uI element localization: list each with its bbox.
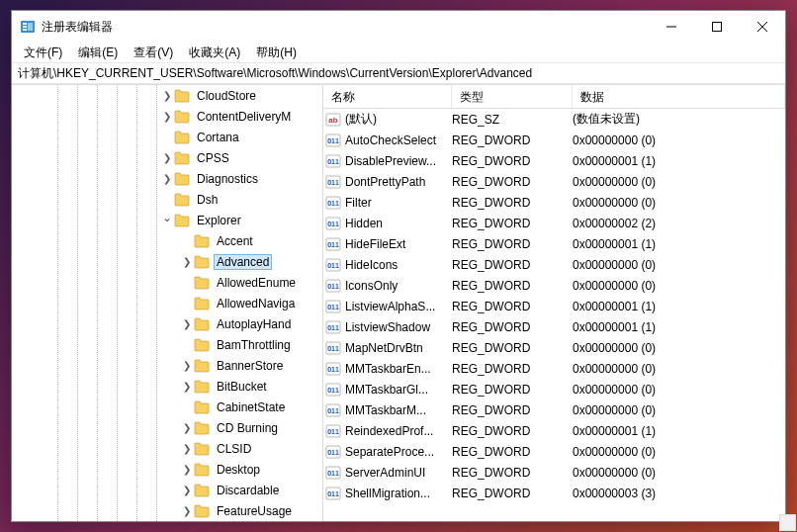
menu-fav[interactable]: 收藏夹(A) — [183, 43, 246, 63]
list-row[interactable]: 011AutoCheckSelectREG_DWORD0x00000000 (0… — [323, 130, 785, 150]
folder-icon — [194, 338, 210, 352]
tree-item[interactable]: Accent — [12, 230, 322, 251]
expand-icon[interactable] — [180, 256, 194, 267]
tree-item[interactable]: AllowedEnume — [12, 272, 322, 293]
col-type[interactable]: 类型 — [452, 85, 573, 108]
expand-icon[interactable] — [180, 464, 194, 475]
expand-icon[interactable] — [160, 214, 174, 227]
value-name: ReindexedProf... — [343, 424, 452, 438]
value-name: MMTaskbarEn... — [343, 362, 452, 376]
expand-icon[interactable] — [180, 443, 194, 454]
expand-icon[interactable] — [180, 360, 194, 371]
close-button[interactable] — [740, 11, 785, 43]
maximize-button[interactable] — [694, 11, 740, 43]
svg-text:ab: ab — [328, 116, 337, 125]
list-row[interactable]: 011FilterREG_DWORD0x00000000 (0) — [323, 192, 785, 213]
dword-value-icon: 011 — [323, 299, 343, 314]
value-data: 0x00000000 (0) — [573, 445, 785, 459]
expand-icon[interactable] — [180, 318, 194, 329]
tree-item[interactable]: Advanced — [12, 251, 322, 272]
col-data[interactable]: 数据 — [573, 85, 785, 108]
menu-edit[interactable]: 编辑(E) — [72, 43, 124, 63]
col-name[interactable]: 名称 — [323, 85, 452, 108]
tree-item[interactable]: AutoplayHand — [12, 313, 322, 334]
tree-item[interactable]: FeatureUsage — [12, 500, 322, 521]
tree-item[interactable]: BitBucket — [12, 376, 322, 397]
dword-value-icon: 011 — [323, 174, 343, 190]
list-row[interactable]: 011MMTaskbarGl...REG_DWORD0x00000000 (0) — [323, 379, 785, 399]
tree-item[interactable]: CloudStore — [12, 85, 322, 106]
value-data: (数值未设置) — [573, 111, 785, 128]
value-type: REG_DWORD — [452, 424, 573, 438]
titlebar[interactable]: 注册表编辑器 — [12, 11, 785, 43]
list-row[interactable]: 011DontPrettyPathREG_DWORD0x00000000 (0) — [323, 171, 785, 192]
tree-pane[interactable]: CloudStoreContentDeliveryMCortanaCPSSDia… — [12, 85, 323, 521]
tree-item[interactable]: CLSID — [12, 438, 322, 459]
minimize-button[interactable] — [649, 11, 694, 43]
tree-item[interactable]: CabinetState — [12, 397, 322, 417]
tree-item[interactable]: BannerStore — [12, 355, 322, 376]
expand-icon[interactable] — [180, 422, 194, 433]
list-row[interactable]: 011MapNetDrvBtnREG_DWORD0x00000000 (0) — [323, 337, 785, 358]
tree-item[interactable]: Discardable — [12, 480, 322, 500]
list-row[interactable]: 011IconsOnlyREG_DWORD0x00000000 (0) — [323, 275, 785, 296]
list-row[interactable]: 011MMTaskbarM...REG_DWORD0x00000000 (0) — [323, 399, 785, 420]
svg-text:011: 011 — [327, 449, 339, 456]
tree-item[interactable]: CD Burning — [12, 417, 322, 438]
list-row[interactable]: 011HideFileExtREG_DWORD0x00000001 (1) — [323, 233, 785, 254]
folder-icon — [194, 421, 210, 435]
tree-item[interactable]: BamThrottling — [12, 334, 322, 355]
dword-value-icon: 011 — [323, 340, 343, 356]
list-row[interactable]: 011MMTaskbarEn...REG_DWORD0x00000000 (0) — [323, 358, 785, 379]
value-type: REG_DWORD — [452, 133, 573, 147]
expand-icon[interactable] — [160, 111, 174, 122]
list-row[interactable]: 011SeparateProce...REG_DWORD0x00000000 (… — [323, 441, 785, 462]
tree-item[interactable]: ContentDeliveryM — [12, 106, 322, 127]
list-row[interactable]: 011HideIconsREG_DWORD0x00000000 (0) — [323, 254, 785, 275]
tree-item[interactable]: Explorer — [12, 210, 322, 230]
address-bar[interactable]: 计算机\HKEY_CURRENT_USER\Software\Microsoft… — [12, 62, 785, 84]
value-name: HideFileExt — [343, 237, 452, 251]
value-data: 0x00000001 (1) — [573, 424, 785, 438]
tree-item-label: FeatureUsage — [214, 503, 295, 519]
resize-grip[interactable] — [779, 514, 796, 531]
tree-item[interactable]: Desktop — [12, 459, 322, 480]
value-data: 0x00000000 (0) — [573, 279, 785, 293]
list-row[interactable]: 011ListviewShadowREG_DWORD0x00000001 (1) — [323, 316, 785, 337]
folder-icon — [194, 297, 210, 310]
menu-help[interactable]: 帮助(H) — [250, 43, 303, 63]
folder-icon — [194, 484, 210, 497]
list-row[interactable]: 011DisablePreview...REG_DWORD0x00000001 … — [323, 150, 785, 171]
tree-item[interactable]: AllowedNaviga — [12, 293, 322, 313]
folder-icon — [174, 193, 190, 207]
expand-icon[interactable] — [160, 90, 174, 101]
value-type: REG_DWORD — [452, 487, 573, 500]
list-row[interactable]: 011ServerAdminUIREG_DWORD0x00000000 (0) — [323, 462, 785, 483]
list-row[interactable]: ab(默认)REG_SZ(数值未设置) — [323, 109, 785, 130]
list-row[interactable]: 011ListviewAlphaS...REG_DWORD0x00000001 … — [323, 296, 785, 316]
tree-item[interactable]: Dsh — [12, 189, 322, 210]
expand-icon[interactable] — [180, 485, 194, 495]
expand-icon[interactable] — [180, 381, 194, 392]
svg-text:011: 011 — [327, 470, 339, 477]
expand-icon[interactable] — [160, 152, 174, 163]
tree-item[interactable]: CPSS — [12, 147, 322, 168]
value-type: REG_DWORD — [452, 258, 573, 272]
tree-item[interactable]: Diagnostics — [12, 168, 322, 189]
tree-item[interactable]: Cortana — [12, 127, 322, 147]
folder-icon — [194, 255, 210, 269]
value-name: Hidden — [343, 217, 452, 230]
list-header[interactable]: 名称 类型 数据 — [323, 85, 785, 109]
menu-view[interactable]: 查看(V) — [128, 43, 179, 63]
list-row[interactable]: 011HiddenREG_DWORD0x00000002 (2) — [323, 213, 785, 233]
menu-file[interactable]: 文件(F) — [18, 43, 68, 63]
list-row[interactable]: 011ReindexedProf...REG_DWORD0x00000001 (… — [323, 420, 785, 441]
list-row[interactable]: 011ShellMigration...REG_DWORD0x00000003 … — [323, 483, 785, 503]
regedit-icon — [20, 19, 36, 35]
folder-icon — [194, 234, 210, 248]
dword-value-icon: 011 — [323, 486, 343, 501]
value-name: DontPrettyPath — [343, 175, 452, 189]
list-body[interactable]: ab(默认)REG_SZ(数值未设置)011AutoCheckSelectREG… — [323, 109, 785, 521]
expand-icon[interactable] — [180, 505, 194, 516]
expand-icon[interactable] — [160, 173, 174, 184]
